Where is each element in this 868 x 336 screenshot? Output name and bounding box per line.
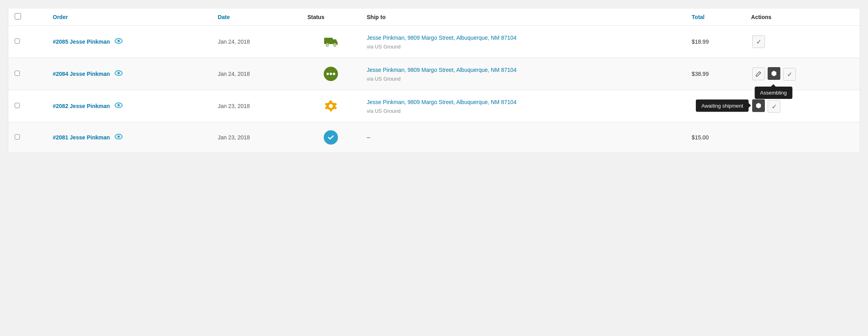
date-cell: Jan 23, 2018 <box>211 122 301 153</box>
svg-marker-15 <box>756 103 761 108</box>
assemble-button-container: Assembling <box>766 67 780 80</box>
row-checkbox[interactable] <box>15 39 20 44</box>
complete-button[interactable]: ✓ <box>752 35 765 48</box>
actions-cell: ✓ <box>745 26 860 58</box>
date-cell: Jan 24, 2018 <box>211 58 301 90</box>
ship-to-column-header: Ship to <box>361 8 686 26</box>
ship-to-link[interactable]: Jesse Pinkman, 9809 Margo Street, Albuqu… <box>367 35 517 41</box>
total-cell <box>686 90 745 122</box>
status-cell <box>301 58 361 90</box>
svg-point-6 <box>334 44 336 46</box>
status-cell <box>301 122 361 153</box>
assemble-button[interactable] <box>768 67 780 80</box>
table-header-row: Order Date Status Ship to Total Actions <box>8 8 860 26</box>
awaiting-tooltip-container: Awaiting shipment <box>751 99 765 112</box>
gear-icon <box>324 99 338 113</box>
ship-to-cell: Jesse Pinkman, 9809 Margo Street, Albuqu… <box>361 58 686 90</box>
svg-point-17 <box>117 135 120 138</box>
status-column-header: Status <box>301 8 361 26</box>
order-cell: #2084 Jesse Pinkman <box>46 58 211 90</box>
svg-point-9 <box>326 73 329 75</box>
select-all-checkbox[interactable] <box>15 13 21 19</box>
order-link[interactable]: #2085 Jesse Pinkman <box>53 39 110 45</box>
table-row: #2081 Jesse Pinkman Jan 23, 2018 <box>8 122 860 153</box>
ship-to-cell: Jesse Pinkman, 9809 Margo Street, Albuqu… <box>361 90 686 122</box>
table-row: #2082 Jesse Pinkman Jan 23, 2018 <box>8 90 860 122</box>
order-link[interactable]: #2084 Jesse Pinkman <box>53 71 110 77</box>
status-icon-dots <box>307 67 354 81</box>
status-cell <box>301 26 361 58</box>
view-icon[interactable] <box>115 102 123 109</box>
order-cell: #2081 Jesse Pinkman <box>46 122 211 153</box>
row-checkbox[interactable] <box>15 71 20 76</box>
complete-button[interactable]: ✓ <box>768 100 780 113</box>
total-cell: $15.00 <box>686 122 745 153</box>
edit-button[interactable] <box>752 68 765 80</box>
svg-point-5 <box>326 44 328 46</box>
order-cell: #2085 Jesse Pinkman <box>46 26 211 58</box>
row-checkbox[interactable] <box>15 134 20 139</box>
svg-point-11 <box>333 73 335 75</box>
ship-to-cell: Jesse Pinkman, 9809 Margo Street, Albuqu… <box>361 26 686 58</box>
svg-point-10 <box>330 73 332 75</box>
svg-rect-2 <box>324 38 333 44</box>
three-dots-icon <box>324 67 338 81</box>
ship-via-text: via US Ground <box>367 44 679 50</box>
total-cell: $18.99 <box>686 26 745 58</box>
row-select-cell[interactable] <box>8 90 46 122</box>
date-cell: Jan 23, 2018 <box>211 90 301 122</box>
svg-point-1 <box>117 40 120 42</box>
ship-to-link[interactable]: Jesse Pinkman, 9809 Margo Street, Albuqu… <box>367 67 517 73</box>
svg-point-14 <box>117 104 120 106</box>
view-icon[interactable] <box>115 70 123 77</box>
date-column-header[interactable]: Date <box>211 8 301 26</box>
ship-via-text: via US Ground <box>367 76 679 82</box>
status-icon-truck <box>307 36 354 47</box>
ship-via-text: via US Ground <box>367 108 679 114</box>
total-column-header[interactable]: Total <box>686 8 745 26</box>
actions-cell <box>745 122 860 153</box>
awaiting-shipment-button[interactable] <box>752 99 765 112</box>
total-cell: $38.99 <box>686 58 745 90</box>
row-select-cell[interactable] <box>8 26 46 58</box>
order-column-header[interactable]: Order <box>46 8 211 26</box>
svg-marker-12 <box>772 71 776 76</box>
status-cell <box>301 90 361 122</box>
table-row: #2085 Jesse Pinkman Jan 24, 2018 <box>8 26 860 58</box>
orders-table: Order Date Status Ship to Total Actions … <box>8 8 860 153</box>
ship-to-link[interactable]: Jesse Pinkman, 9809 Margo Street, Albuqu… <box>367 99 517 105</box>
svg-point-8 <box>117 72 120 74</box>
view-icon[interactable] <box>115 134 123 141</box>
select-all-header[interactable] <box>8 8 46 26</box>
row-checkbox[interactable] <box>15 103 20 108</box>
check-circle-icon <box>324 130 338 145</box>
status-icon-gear <box>307 99 354 113</box>
order-cell: #2082 Jesse Pinkman <box>46 90 211 122</box>
actions-cell: Assembling ✓ <box>745 58 860 90</box>
status-icon-complete <box>307 130 354 145</box>
orders-table-wrapper: Order Date Status Ship to Total Actions … <box>8 8 860 153</box>
order-link[interactable]: #2082 Jesse Pinkman <box>53 103 110 109</box>
date-cell: Jan 24, 2018 <box>211 26 301 58</box>
complete-button[interactable]: ✓ <box>783 68 796 81</box>
ship-to-cell: – <box>361 122 686 153</box>
view-icon[interactable] <box>115 38 123 45</box>
row-select-cell[interactable] <box>8 122 46 153</box>
table-row: #2084 Jesse Pinkman Jan 24, 2018 <box>8 58 860 90</box>
row-select-cell[interactable] <box>8 58 46 90</box>
actions-cell: Awaiting shipment ✓ <box>745 90 860 122</box>
order-link[interactable]: #2081 Jesse Pinkman <box>53 134 110 141</box>
actions-column-header: Actions <box>745 8 860 26</box>
